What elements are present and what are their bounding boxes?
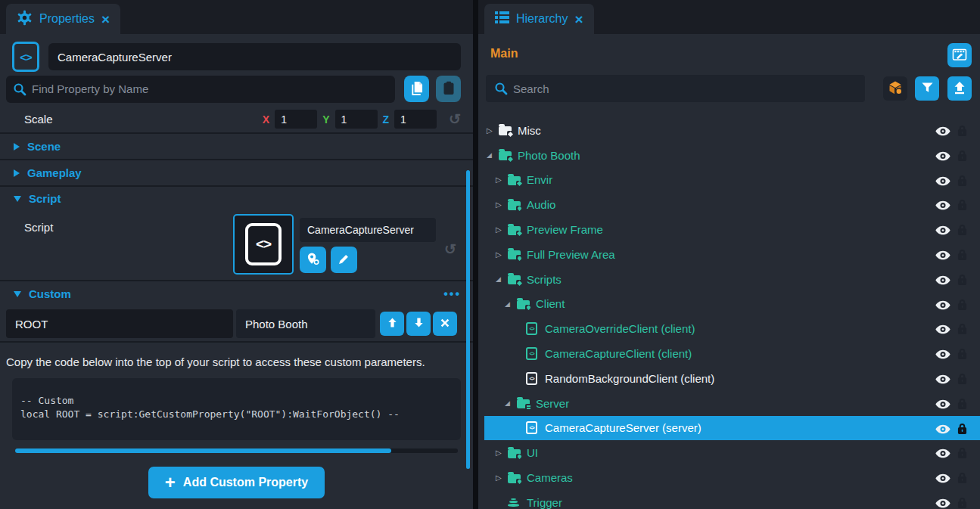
publish-button[interactable] bbox=[947, 43, 972, 67]
arrow-down-icon bbox=[413, 317, 425, 331]
vertical-scrollbar[interactable] bbox=[466, 170, 470, 469]
code-line-1: -- Custom bbox=[20, 395, 73, 406]
scale-x-field[interactable] bbox=[275, 110, 317, 129]
close-icon[interactable]: × bbox=[101, 12, 110, 26]
move-up-button[interactable] bbox=[380, 312, 404, 336]
expand-arrow-icon[interactable] bbox=[496, 473, 508, 482]
tree-row[interactable]: Trigger bbox=[478, 490, 980, 509]
lock-icon[interactable] bbox=[957, 248, 967, 264]
reset-scale-icon[interactable]: ↺ bbox=[449, 110, 461, 128]
paste-icon bbox=[443, 81, 455, 98]
tree-row[interactable]: <> CameraCaptureClient (client) bbox=[478, 341, 980, 366]
paste-button[interactable] bbox=[436, 76, 461, 102]
scale-y-field[interactable] bbox=[335, 110, 378, 129]
tree-row[interactable]: <> RandomBackgroundClient (client) bbox=[478, 366, 980, 391]
close-icon[interactable]: × bbox=[574, 12, 583, 26]
eye-icon[interactable] bbox=[935, 300, 950, 313]
eye-icon[interactable] bbox=[935, 374, 950, 387]
tree-row[interactable]: Cameras bbox=[478, 465, 980, 490]
lock-icon[interactable] bbox=[957, 496, 967, 509]
expand-arrow-icon[interactable] bbox=[496, 448, 508, 457]
tree-row[interactable]: Client bbox=[478, 292, 980, 317]
lock-icon[interactable] bbox=[957, 149, 967, 165]
upload-button[interactable] bbox=[947, 76, 972, 101]
expand-arrow-icon[interactable] bbox=[487, 126, 499, 135]
scale-z-field[interactable] bbox=[394, 110, 437, 129]
lock-icon[interactable] bbox=[957, 446, 967, 462]
delete-property-button[interactable] bbox=[433, 312, 457, 336]
lock-icon[interactable] bbox=[957, 322, 967, 338]
eye-icon[interactable] bbox=[935, 498, 950, 509]
expand-arrow-icon[interactable] bbox=[496, 275, 508, 283]
tree-item-label: Client bbox=[536, 297, 565, 310]
tree-row[interactable]: UI bbox=[478, 440, 980, 465]
expand-arrow-icon[interactable] bbox=[505, 399, 517, 407]
tree-row[interactable]: <> CameraOverrideClient (client) bbox=[478, 316, 980, 341]
lock-icon[interactable] bbox=[957, 298, 967, 314]
object-name-input[interactable] bbox=[48, 43, 461, 70]
tree-item-label: Photo Booth bbox=[518, 149, 580, 162]
tab-hierarchy[interactable]: Hierarchy × bbox=[484, 4, 594, 34]
eye-icon[interactable] bbox=[935, 473, 950, 486]
tree-row[interactable]: Photo Booth bbox=[478, 143, 980, 168]
eye-icon[interactable] bbox=[935, 324, 950, 337]
expand-arrow-icon[interactable] bbox=[505, 300, 517, 308]
tree-row[interactable]: Misc bbox=[478, 118, 980, 143]
expand-arrow-icon[interactable] bbox=[496, 250, 508, 259]
filter-button[interactable] bbox=[915, 76, 939, 101]
tree-row[interactable]: <> CameraCaptureServer (server) bbox=[478, 416, 980, 441]
move-down-button[interactable] bbox=[406, 312, 431, 336]
lock-icon[interactable] bbox=[957, 397, 967, 413]
section-gameplay[interactable]: Gameplay bbox=[0, 160, 473, 187]
section-scene[interactable]: Scene bbox=[0, 134, 473, 160]
template-button[interactable] bbox=[883, 76, 907, 101]
lock-icon[interactable] bbox=[957, 422, 967, 438]
eye-icon[interactable] bbox=[935, 448, 950, 461]
lock-icon[interactable] bbox=[957, 223, 967, 239]
lock-icon[interactable] bbox=[957, 372, 967, 388]
section-custom[interactable]: Custom ••• bbox=[0, 281, 473, 306]
find-property-input[interactable] bbox=[6, 76, 395, 103]
tree-row[interactable]: Full Preview Area bbox=[478, 242, 980, 267]
more-options-icon[interactable]: ••• bbox=[443, 287, 461, 301]
scene-name-label[interactable]: Main bbox=[490, 47, 518, 61]
edit-script-button[interactable] bbox=[331, 247, 357, 273]
lock-icon[interactable] bbox=[957, 273, 967, 289]
lock-icon[interactable] bbox=[957, 124, 967, 140]
add-custom-property-button[interactable]: + Add Custom Property bbox=[148, 467, 325, 498]
eye-icon[interactable] bbox=[935, 399, 950, 412]
eye-icon[interactable] bbox=[935, 200, 950, 213]
expand-arrow-icon[interactable] bbox=[496, 225, 508, 234]
tree-row[interactable]: Server bbox=[478, 391, 980, 416]
eye-icon[interactable] bbox=[935, 175, 950, 189]
custom-property-name-field[interactable] bbox=[6, 309, 233, 338]
section-script[interactable]: Script bbox=[0, 187, 473, 210]
eye-icon[interactable] bbox=[935, 250, 950, 263]
lock-icon[interactable] bbox=[957, 198, 967, 214]
expand-arrow-icon[interactable] bbox=[496, 175, 508, 184]
tree-row[interactable]: Preview Frame bbox=[478, 217, 980, 242]
copy-button[interactable] bbox=[404, 76, 429, 102]
lock-icon[interactable] bbox=[957, 347, 967, 363]
eye-icon[interactable] bbox=[935, 151, 950, 164]
locate-asset-button[interactable] bbox=[300, 247, 326, 273]
horizontal-scrollbar[interactable] bbox=[15, 448, 458, 453]
tree-row[interactable]: Scripts bbox=[478, 267, 980, 292]
tree-row[interactable]: Audio bbox=[478, 192, 980, 217]
expand-arrow-icon[interactable] bbox=[496, 200, 508, 209]
tree-row[interactable]: Envir bbox=[478, 168, 980, 193]
reset-script-icon[interactable]: ↺ bbox=[444, 241, 456, 258]
eye-icon[interactable] bbox=[935, 225, 950, 238]
eye-icon[interactable] bbox=[935, 424, 950, 437]
eye-icon[interactable] bbox=[935, 275, 950, 288]
lock-icon[interactable] bbox=[957, 471, 967, 487]
eye-icon[interactable] bbox=[935, 126, 950, 139]
expand-arrow-icon[interactable] bbox=[487, 151, 499, 159]
lock-icon[interactable] bbox=[957, 174, 967, 190]
eye-icon[interactable] bbox=[935, 349, 950, 362]
custom-property-value-field[interactable] bbox=[236, 309, 375, 338]
hierarchy-search-input[interactable] bbox=[486, 75, 865, 102]
script-asset-slot[interactable]: <> bbox=[233, 214, 294, 275]
tab-properties[interactable]: Properties × bbox=[6, 4, 120, 34]
search-icon bbox=[13, 82, 26, 99]
